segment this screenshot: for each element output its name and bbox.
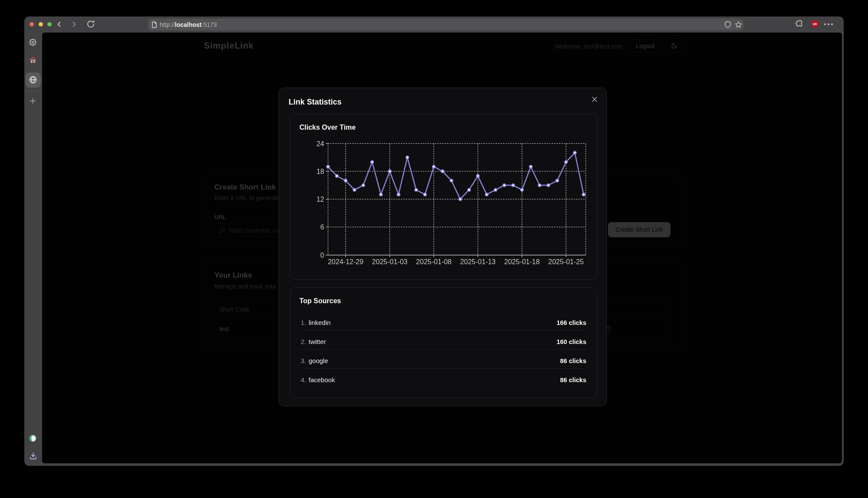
svg-text:6: 6 bbox=[320, 223, 324, 231]
svg-text:0: 0 bbox=[320, 252, 324, 259]
svg-text:2025-01-08: 2025-01-08 bbox=[416, 258, 452, 265]
svg-text:18: 18 bbox=[316, 168, 324, 175]
svg-text:2025-01-25: 2025-01-25 bbox=[548, 258, 584, 265]
svg-text:12: 12 bbox=[316, 196, 324, 203]
svg-text:2025-01-13: 2025-01-13 bbox=[460, 258, 496, 265]
svg-text:2025-01-18: 2025-01-18 bbox=[504, 258, 540, 265]
svg-text:2024-12-29: 2024-12-29 bbox=[328, 258, 363, 265]
svg-text:24: 24 bbox=[316, 140, 324, 147]
svg-text:UD: UD bbox=[812, 23, 817, 26]
svg-text:2025-01-03: 2025-01-03 bbox=[372, 258, 408, 265]
